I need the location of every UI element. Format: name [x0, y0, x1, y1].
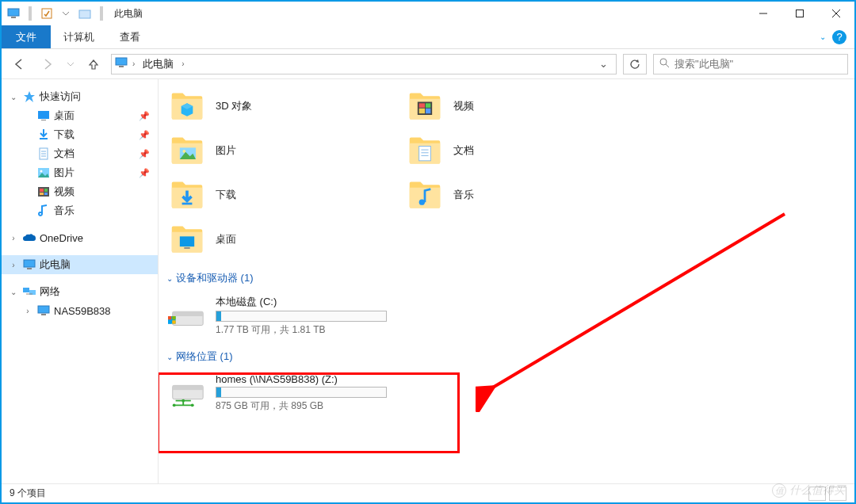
expand-icon[interactable]: › [22, 307, 33, 315]
expand-ribbon-icon[interactable]: ⌄ [820, 32, 826, 41]
collapse-icon[interactable]: ⌄ [8, 93, 19, 101]
svg-point-58 [191, 403, 194, 407]
this-pc-breadcrumb-icon [115, 57, 128, 71]
document-icon [36, 147, 51, 161]
properties-qat-icon[interactable] [40, 6, 54, 21]
view-tab[interactable]: 查看 [107, 25, 153, 48]
svg-point-39 [183, 150, 186, 153]
search-icon [659, 57, 670, 71]
group-label: 网络位置 (1) [176, 349, 233, 364]
refresh-button[interactable] [623, 54, 647, 74]
sidebar-item-label: 视频 [54, 185, 75, 199]
sidebar-item-videos[interactable]: 视频 [2, 182, 158, 201]
svg-rect-51 [168, 316, 171, 319]
svg-rect-3 [79, 10, 90, 18]
this-pc-icon [6, 6, 21, 21]
help-icon[interactable]: ? [832, 30, 846, 44]
drive-item-z[interactable]: homes (\\NAS59B838) (Z:) 875 GB 可用，共 895… [165, 370, 848, 416]
picture-icon [36, 166, 51, 180]
svg-rect-5 [797, 10, 804, 17]
folder-label: 下载 [216, 188, 236, 202]
svg-rect-56 [173, 385, 203, 390]
collapse-icon[interactable]: ⌄ [166, 353, 173, 361]
pin-icon: 📌 [139, 130, 150, 140]
search-box[interactable] [653, 54, 848, 74]
network-icon [22, 284, 36, 299]
up-button[interactable] [82, 53, 105, 75]
sidebar-item-nas-host[interactable]: › NAS59B838 [2, 301, 158, 320]
search-input[interactable] [674, 58, 843, 70]
address-bar[interactable]: › 此电脑 › ⌄ [111, 54, 617, 74]
expand-icon[interactable]: › [8, 261, 19, 269]
star-icon [22, 90, 36, 104]
this-pc-icon [22, 258, 36, 272]
address-dropdown-icon[interactable]: ⌄ [594, 58, 613, 70]
desktop-icon [36, 109, 51, 123]
svg-rect-47 [184, 247, 189, 249]
folder-item-desktop[interactable]: 桌面 [165, 217, 403, 262]
sidebar-item-onedrive[interactable]: › OneDrive [2, 228, 158, 247]
group-header-network-locations[interactable]: ⌄ 网络位置 (1) [166, 349, 848, 364]
folder-item-documents[interactable]: 文档 [403, 128, 640, 173]
pin-icon: 📌 [139, 168, 150, 178]
sidebar-item-downloads[interactable]: 下载 📌 [2, 125, 158, 144]
folder-label: 音乐 [453, 188, 474, 202]
folder-item-3d-objects[interactable]: 3D 对象 [165, 84, 403, 128]
folder-item-downloads[interactable]: 下载 [165, 173, 403, 217]
svg-rect-2 [42, 9, 52, 18]
breadcrumb-chevron-icon[interactable]: › [132, 59, 135, 68]
body: ⌄ 快速访问 桌面 📌 下载 📌 文档 📌 [2, 79, 854, 483]
breadcrumb-chevron-icon[interactable]: › [182, 59, 184, 68]
sidebar-item-quick-access[interactable]: ⌄ 快速访问 [2, 87, 158, 106]
network-drive-icon [168, 377, 206, 409]
sidebar-item-documents[interactable]: 文档 📌 [2, 144, 158, 163]
sidebar-item-label: 此电脑 [40, 258, 71, 272]
file-tab[interactable]: 文件 [2, 25, 51, 48]
drive-item-c[interactable]: 本地磁盘 (C:) 1.77 TB 可用，共 1.81 TB [165, 292, 848, 340]
back-button[interactable] [8, 53, 30, 75]
folder-item-videos[interactable]: 视频 [403, 84, 640, 128]
folder-label: 3D 对象 [216, 99, 252, 113]
new-folder-qat-icon[interactable] [78, 6, 92, 21]
computer-tab[interactable]: 计算机 [51, 25, 107, 48]
svg-rect-53 [168, 320, 171, 323]
sidebar-item-label: NAS59B838 [54, 305, 111, 317]
svg-rect-28 [23, 288, 29, 292]
svg-rect-40 [419, 147, 431, 161]
qat-dropdown-icon[interactable] [59, 6, 73, 21]
forward-button[interactable] [36, 53, 59, 75]
svg-rect-31 [38, 306, 49, 313]
status-bar: 9 个项目 [2, 483, 854, 502]
svg-point-57 [173, 403, 176, 407]
svg-rect-9 [119, 66, 124, 67]
sidebar-item-label: OneDrive [40, 232, 83, 244]
collapse-icon[interactable]: ⌄ [8, 288, 19, 296]
sidebar-item-pictures[interactable]: 图片 📌 [2, 163, 158, 182]
collapse-icon[interactable]: ⌄ [166, 274, 173, 283]
sidebar-item-music[interactable]: 音乐 [2, 201, 158, 220]
folder-item-pictures[interactable]: 图片 [165, 128, 403, 173]
sidebar-item-desktop[interactable]: 桌面 📌 [2, 106, 158, 125]
folder-icon [406, 132, 444, 170]
folder-item-music[interactable]: 音乐 [403, 173, 640, 217]
breadcrumb-this-pc[interactable]: 此电脑 [139, 57, 177, 71]
sidebar-item-this-pc[interactable]: › 此电脑 [2, 255, 158, 274]
sidebar-item-label: 音乐 [54, 204, 75, 218]
svg-point-20 [40, 170, 43, 173]
recent-dropdown[interactable] [65, 53, 76, 75]
expand-icon[interactable]: › [8, 234, 19, 242]
sidebar-item-label: 快速访问 [40, 90, 81, 104]
svg-rect-13 [41, 120, 46, 120]
folder-label: 文档 [453, 143, 474, 158]
group-header-devices[interactable]: ⌄ 设备和驱动器 (1) [166, 271, 848, 285]
sidebar-item-network[interactable]: ⌄ 网络 [2, 282, 158, 301]
drive-name: 本地磁盘 (C:) [216, 295, 387, 309]
svg-rect-1 [11, 17, 16, 18]
sidebar-item-label: 图片 [54, 166, 75, 180]
maximize-button[interactable] [781, 2, 818, 25]
folder-label: 视频 [453, 99, 474, 113]
drive-name: homes (\\NAS59B838) (Z:) [216, 373, 387, 385]
drive-status: 1.77 TB 可用，共 1.81 TB [216, 323, 387, 337]
close-button[interactable] [818, 2, 854, 25]
minimize-button[interactable] [745, 2, 781, 25]
